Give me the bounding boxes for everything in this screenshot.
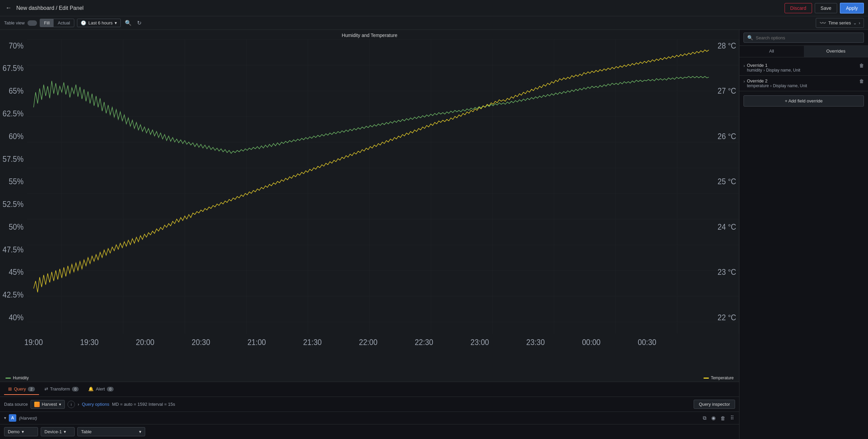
svg-text:28 °C: 28 °C bbox=[718, 41, 736, 50]
svg-text:25 °C: 25 °C bbox=[718, 177, 736, 186]
viz-expand-icon: ⌄ bbox=[853, 20, 857, 25]
harvest-icon bbox=[34, 402, 40, 407]
svg-text:23 °C: 23 °C bbox=[718, 267, 736, 276]
query-letter-a: A bbox=[9, 414, 16, 422]
query-tab-icon: ⊞ bbox=[8, 386, 12, 392]
override-1-expand[interactable]: › bbox=[744, 63, 745, 68]
svg-text:22 °C: 22 °C bbox=[718, 313, 736, 322]
svg-text:45%: 45% bbox=[9, 267, 24, 276]
demo-chevron-icon: ▾ bbox=[22, 429, 24, 434]
device-chevron-icon: ▾ bbox=[64, 429, 66, 434]
transform-tab-badge: 0 bbox=[72, 387, 79, 392]
query-expand-icon[interactable]: ▾ bbox=[4, 416, 6, 420]
discard-button[interactable]: Discard bbox=[785, 3, 812, 13]
viz-type-label: Time series bbox=[828, 20, 851, 25]
override-2-fields: Display name, Unit bbox=[773, 83, 807, 88]
tab-overrides[interactable]: Overrides bbox=[804, 46, 868, 57]
clock-icon: 🕐 bbox=[81, 20, 86, 25]
save-button[interactable]: Save bbox=[815, 3, 837, 13]
svg-text:62.5%: 62.5% bbox=[3, 109, 24, 118]
fill-button[interactable]: Fill bbox=[40, 19, 54, 27]
zoom-icon[interactable]: 🔍 bbox=[123, 18, 133, 27]
table-view-label: Table view bbox=[4, 20, 25, 25]
legend-temperature: Temperature bbox=[703, 376, 734, 380]
query-inspector-button[interactable]: Query inspector bbox=[694, 400, 735, 409]
override-2: › Override 2 temperature › Display name,… bbox=[739, 76, 868, 91]
toggle-visibility-button[interactable]: ◉ bbox=[710, 414, 717, 422]
actual-button[interactable]: Actual bbox=[54, 19, 74, 27]
info-icon[interactable]: i bbox=[67, 401, 75, 408]
override-2-info: Override 2 temperature › Display name, U… bbox=[747, 78, 857, 88]
chart-legend: Humidity Temperature bbox=[0, 374, 739, 382]
data-source-label: Data source bbox=[4, 402, 28, 407]
chart-area: 70% 67.5% 65% 62.5% 60% 57.5% 55% 52.5% … bbox=[0, 39, 739, 364]
table-select-label: Table bbox=[81, 429, 92, 434]
svg-text:23:30: 23:30 bbox=[526, 338, 545, 347]
data-source-selector[interactable]: Harvest ▾ bbox=[31, 400, 65, 409]
svg-text:70%: 70% bbox=[9, 41, 24, 50]
viz-type-selector[interactable]: 〰️ Time series ⌄ › bbox=[816, 18, 864, 28]
humidity-label: Humidity bbox=[13, 376, 29, 380]
svg-text:00:00: 00:00 bbox=[582, 338, 600, 347]
override-1-delete[interactable]: 🗑 bbox=[859, 63, 864, 68]
override-1: › Override 1 humidity › Display name, Un… bbox=[739, 60, 868, 76]
chart-svg: 70% 67.5% 65% 62.5% 60% 57.5% 55% 52.5% … bbox=[0, 39, 739, 364]
override-2-expand[interactable]: › bbox=[744, 79, 745, 84]
duplicate-query-button[interactable]: ⧉ bbox=[702, 414, 708, 422]
query-row-a: ▾ A (Harvest) ⧉ ◉ 🗑 ⠿ bbox=[0, 412, 739, 424]
override-2-delete[interactable]: 🗑 bbox=[859, 78, 864, 84]
time-range-button[interactable]: 🕐 Last 6 hours ▾ bbox=[77, 19, 121, 27]
viz-toolbar: Table view Fill Actual 🕐 Last 6 hours ▾ … bbox=[0, 16, 868, 30]
right-panel-tabs: All Overrides bbox=[739, 46, 868, 57]
svg-text:55%: 55% bbox=[9, 177, 24, 186]
override-2-title: Override 2 bbox=[747, 78, 857, 83]
table-chevron-icon: ▾ bbox=[139, 429, 141, 434]
svg-text:22:00: 22:00 bbox=[359, 338, 377, 347]
drag-handle[interactable]: ⠿ bbox=[729, 414, 735, 422]
top-header: ← New dashboard / Edit Panel Discard Sav… bbox=[0, 0, 868, 16]
add-field-override-button[interactable]: + Add field override bbox=[744, 95, 864, 107]
main-area: Humidity and Temperature 70% 67.5% 65% 6… bbox=[0, 30, 868, 439]
query-toolbar: Data source Harvest ▾ i › Query options … bbox=[0, 397, 739, 412]
query-row-actions: ⧉ ◉ 🗑 ⠿ bbox=[702, 414, 735, 422]
legend-humidity: Humidity bbox=[5, 376, 29, 380]
query-fields-row: Demo ▾ Device-1 ▾ Table ▾ bbox=[0, 424, 739, 439]
svg-text:60%: 60% bbox=[9, 132, 24, 141]
table-select[interactable]: Table ▾ bbox=[77, 427, 145, 436]
query-tabs: ⊞ Query 2 ⇄ Transform 0 🔔 Alert 0 bbox=[0, 382, 739, 397]
toolbar-left: Table view Fill Actual 🕐 Last 6 hours ▾ … bbox=[4, 18, 812, 27]
ds-chevron-icon: ▾ bbox=[59, 402, 61, 407]
page-title: New dashboard / Edit Panel bbox=[16, 5, 83, 11]
svg-text:22:30: 22:30 bbox=[415, 338, 433, 347]
tab-all[interactable]: All bbox=[739, 46, 804, 57]
back-button[interactable]: ← bbox=[4, 3, 13, 13]
svg-text:47.5%: 47.5% bbox=[3, 245, 24, 254]
tab-transform[interactable]: ⇄ Transform 0 bbox=[40, 384, 83, 395]
svg-text:20:30: 20:30 bbox=[192, 338, 210, 347]
demo-select[interactable]: Demo ▾ bbox=[4, 427, 38, 436]
transform-tab-label: Transform bbox=[50, 386, 70, 392]
override-2-subtitle: temperature › Display name, Unit bbox=[747, 83, 857, 88]
refresh-icon[interactable]: ↻ bbox=[136, 18, 143, 27]
timeseries-icon: 〰️ bbox=[819, 20, 826, 26]
time-range-label: Last 6 hours bbox=[88, 20, 113, 25]
query-options-link[interactable]: Query options bbox=[82, 402, 109, 407]
alert-tab-icon: 🔔 bbox=[88, 386, 94, 392]
right-panel-content: › Override 1 humidity › Display name, Un… bbox=[739, 57, 868, 439]
svg-text:27 °C: 27 °C bbox=[718, 86, 736, 95]
svg-text:65%: 65% bbox=[9, 86, 24, 95]
svg-text:19:00: 19:00 bbox=[24, 338, 43, 347]
transform-tab-icon: ⇄ bbox=[44, 386, 48, 392]
search-input[interactable] bbox=[756, 35, 860, 40]
apply-button[interactable]: Apply bbox=[840, 3, 864, 14]
device-select[interactable]: Device-1 ▾ bbox=[41, 427, 75, 436]
query-datasource-name: (Harvest) bbox=[19, 416, 37, 421]
svg-text:26 °C: 26 °C bbox=[718, 132, 736, 141]
delete-query-button[interactable]: 🗑 bbox=[719, 414, 727, 422]
table-view-toggle[interactable] bbox=[27, 20, 37, 26]
header-left: ← New dashboard / Edit Panel bbox=[4, 3, 83, 13]
override-1-info: Override 1 humidity › Display name, Unit bbox=[747, 63, 857, 73]
viz-next-icon: › bbox=[859, 20, 860, 25]
tab-alert[interactable]: 🔔 Alert 0 bbox=[84, 384, 118, 395]
tab-query[interactable]: ⊞ Query 2 bbox=[4, 384, 39, 395]
